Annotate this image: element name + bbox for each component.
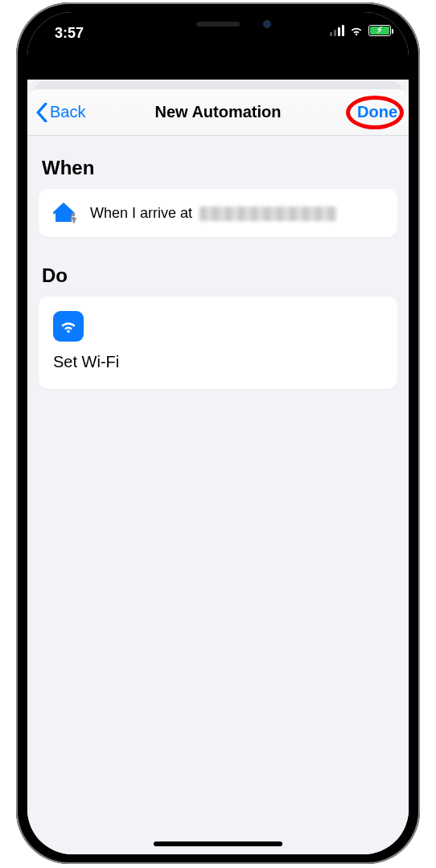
section-header-when: When xyxy=(42,157,394,179)
when-text-prefix: When I arrive at xyxy=(90,205,192,221)
when-card[interactable]: When I arrive at xyxy=(39,189,397,237)
wifi-icon xyxy=(53,311,84,342)
back-button[interactable]: Back xyxy=(35,89,85,135)
battery-icon: ⚡︎ xyxy=(368,25,391,36)
location-redacted xyxy=(199,207,336,221)
back-label: Back xyxy=(50,103,85,121)
nav-bar: Back New Automation Done xyxy=(27,89,409,136)
done-label: Done xyxy=(357,103,397,121)
done-button[interactable]: Done xyxy=(357,89,397,135)
modal-sheet: Back New Automation Done When xyxy=(27,89,409,854)
cell-signal-icon xyxy=(330,25,344,36)
do-action-card[interactable]: Set Wi-Fi xyxy=(39,297,397,389)
home-indicator[interactable] xyxy=(154,841,282,846)
when-row-text: When I arrive at xyxy=(90,205,336,222)
status-time: 3:57 xyxy=(55,25,84,42)
section-header-do: Do xyxy=(42,264,394,287)
arrive-home-icon xyxy=(53,202,79,224)
do-action-title: Set Wi-Fi xyxy=(53,353,383,371)
device-notch xyxy=(130,12,306,36)
svg-point-0 xyxy=(72,213,76,217)
wifi-status-icon xyxy=(349,25,364,36)
chevron-left-icon xyxy=(35,103,48,122)
page-title: New Automation xyxy=(154,103,281,121)
